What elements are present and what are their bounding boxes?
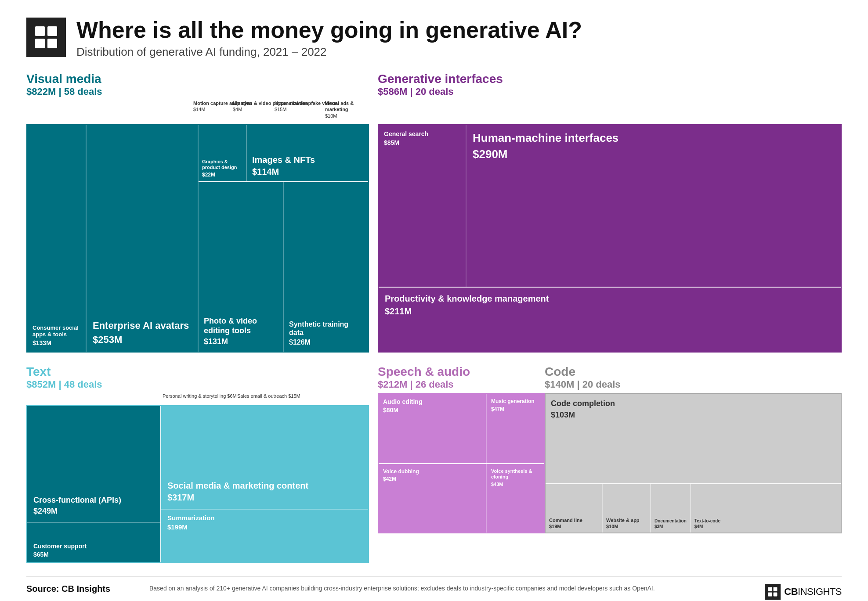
- vm-graphics-title: Graphics & product design: [202, 159, 242, 170]
- sa-treemap: Audio editing $80M Music generation $47M…: [378, 393, 545, 533]
- sa-mg-title: Music generation: [491, 398, 539, 404]
- vm-right-cols: Graphics & product design $22M Images & …: [199, 125, 368, 352]
- text-cf-title: Cross-functional (APIs): [33, 496, 154, 505]
- gi-prod-title: Productivity & knowledge management: [385, 294, 835, 304]
- vm-top-subrow: Graphics & product design $22M Images & …: [199, 125, 368, 182]
- svg-rect-0: [35, 26, 45, 36]
- sa-voice-synthesis-cell: Voice synthesis & cloning $43M: [487, 464, 544, 533]
- main-title: Where is all the money going in generati…: [76, 18, 582, 43]
- code-ttc-title: Text-to-code: [694, 518, 837, 523]
- footer-logo-icon-box: [765, 584, 781, 600]
- gi-treemap: General search $85M Human-machine interf…: [378, 124, 842, 353]
- vm-consumer-social-cell: Consumer social apps & tools $133M: [27, 125, 87, 352]
- gi-spacer: [378, 100, 842, 124]
- main-grid: Visual media $822M | 58 deals Motion cap…: [26, 72, 842, 563]
- gi-prod-value: $211M: [385, 306, 835, 317]
- text-col1: Cross-functional (APIs) $249M Customer s…: [27, 406, 161, 562]
- cb-logo-box: [26, 18, 66, 57]
- code-cl-title: Command line: [549, 518, 598, 523]
- code-documentation-cell: Documentation $3M: [651, 484, 691, 533]
- left-section: Visual media $822M | 58 deals Motion cap…: [26, 72, 369, 563]
- text-cs-title: Customer support: [33, 543, 154, 550]
- code-category-stats: $140M | 20 deals: [545, 379, 842, 390]
- text-social-media-cell: Social media & marketing content $317M: [161, 406, 368, 510]
- sa-audio-editing-cell: Audio editing $80M: [379, 394, 487, 463]
- cb-logo-icon: [33, 24, 59, 50]
- code-website-app-cell: Website & app $10M: [603, 484, 651, 533]
- sa-vs-title: Voice synthesis & cloning: [491, 468, 539, 480]
- sa-voice-dubbing-cell: Voice dubbing $42M: [379, 464, 487, 533]
- sa-label: Speech & audio $212M | 26 deals: [378, 365, 545, 390]
- vm-enterprise-ai-cell: Enterprise AI avatars $253M: [87, 125, 199, 352]
- svg-rect-2: [35, 39, 45, 48]
- vm-images-nfts-value: $114M: [252, 167, 363, 177]
- footer: Source: CB Insights Based on an analysis…: [26, 576, 842, 600]
- sa-vd-title: Voice dubbing: [383, 468, 481, 475]
- vm-enterprise-ai-title: Enterprise AI avatars: [93, 320, 192, 331]
- svg-rect-4: [768, 587, 772, 591]
- vm-treemap: Consumer social apps & tools $133M Enter…: [26, 124, 369, 353]
- gi-label: Generative interfaces $586M | 20 deals: [378, 72, 842, 97]
- sa-vd-value: $42M: [383, 476, 481, 482]
- visual-media-name: Visual media: [26, 72, 369, 86]
- code-wa-title: Website & app: [606, 518, 647, 523]
- code-bottom-row: Command line $19M Website & app $10M Doc…: [546, 484, 841, 533]
- visual-media-stats: $822M | 58 deals: [26, 86, 369, 97]
- footer-logo: CBINSIGHTS: [765, 584, 842, 600]
- text-category-name: Text: [26, 365, 369, 379]
- sa-label-area: Speech & audio $212M | 26 deals: [378, 365, 545, 393]
- svg-rect-7: [774, 593, 778, 597]
- text-col2: Social media & marketing content $317M S…: [161, 406, 368, 562]
- sa-vs-value: $43M: [491, 482, 539, 487]
- gi-hm-title: Human-machine interfaces: [473, 131, 835, 145]
- footer-logo-text: CBINSIGHTS: [784, 586, 842, 597]
- page-header: Where is all the money going in generati…: [26, 18, 842, 59]
- text-category-stats: $852M | 48 deals: [26, 379, 369, 390]
- code-label-area: Code $140M | 20 deals: [545, 365, 842, 393]
- footer-source: Source: CB Insights: [26, 584, 149, 594]
- sa-music-gen-cell: Music generation $47M: [487, 394, 544, 463]
- gi-gs-title: General search: [384, 130, 460, 137]
- text-sm-title: Social media & marketing content: [167, 480, 362, 491]
- ann-sales-email: Sales email & outreach $15M: [237, 393, 300, 399]
- svg-rect-5: [774, 587, 778, 591]
- vm-bottom-subrow: Photo & video editing tools $131M Synthe…: [199, 182, 368, 352]
- sa-ae-value: $80M: [383, 407, 481, 414]
- vm-graphics-cell: Graphics & product design $22M: [199, 125, 247, 181]
- sa-ae-title: Audio editing: [383, 398, 481, 405]
- gi-human-machine-cell: Human-machine interfaces $290M: [467, 125, 841, 287]
- sa-top-row: Audio editing $80M Music generation $47M: [379, 394, 544, 464]
- text-label: Text $852M | 48 deals: [26, 365, 369, 390]
- code-cc-title: Code completion: [551, 399, 835, 409]
- footer-cb-icon: [767, 587, 778, 597]
- vm-images-nfts-title: Images & NFTs: [252, 155, 363, 165]
- text-summarization-cell: Summarization $199M: [161, 510, 368, 562]
- text-sum-value: $199M: [167, 523, 362, 531]
- code-text-to-code-cell: Text-to-code $4M: [691, 484, 841, 533]
- vm-synthetic-cell: Synthetic training data $126M: [284, 182, 368, 352]
- vm-consumer-social-value: $133M: [33, 339, 80, 346]
- bottom-labels-row: Speech & audio $212M | 26 deals Code $14…: [378, 365, 842, 393]
- vm-synthetic-title: Synthetic training data: [289, 320, 363, 337]
- text-sm-value: $317M: [167, 493, 362, 503]
- gi-category-name: Generative interfaces: [378, 72, 842, 86]
- header-text-block: Where is all the money going in generati…: [76, 18, 582, 59]
- svg-rect-1: [47, 26, 57, 36]
- vm-photo-video-value: $131M: [204, 337, 278, 346]
- right-section: Generative interfaces $586M | 20 deals G…: [378, 72, 842, 563]
- vm-consumer-social-title: Consumer social apps & tools: [33, 324, 80, 338]
- code-treemap: Code completion $103M Command line $19M …: [545, 393, 842, 533]
- sa-category-name: Speech & audio: [378, 365, 545, 379]
- gi-productivity-cell: Productivity & knowledge management $211…: [379, 288, 841, 352]
- footer-note: Based on an analysis of 210+ generative …: [149, 584, 765, 593]
- vm-photo-video-cell: Photo & video editing tools $131M: [199, 182, 284, 352]
- sa-category-stats: $212M | 26 deals: [378, 379, 545, 390]
- gi-gs-value: $85M: [384, 139, 460, 146]
- code-completion-cell: Code completion $103M: [546, 394, 841, 483]
- visual-media-label: Visual media $822M | 58 deals: [26, 72, 369, 97]
- code-wa-value: $10M: [606, 524, 647, 529]
- gi-top-row: General search $85M Human-machine interf…: [379, 125, 841, 288]
- code-label: Code $140M | 20 deals: [545, 365, 842, 390]
- text-sum-title: Summarization: [167, 514, 362, 522]
- svg-rect-3: [47, 39, 57, 48]
